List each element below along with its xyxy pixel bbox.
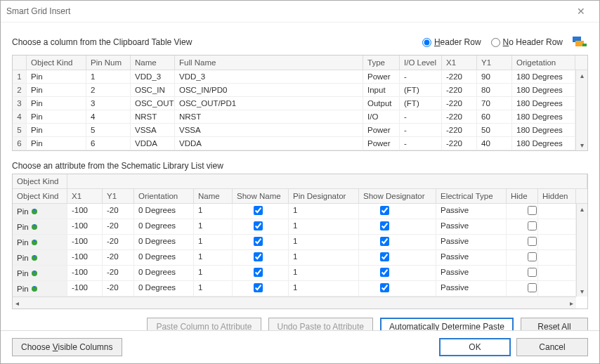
col2-y1[interactable]: Y1 [103,189,134,203]
cell-electrical-type: Passive [436,235,507,249]
scroll-up-icon[interactable]: ▴ [580,70,584,81]
col2-pin-designator[interactable]: Pin Designator [289,189,359,203]
col-rownum[interactable] [13,56,27,70]
cell-hide[interactable] [507,235,538,249]
no-header-row-radio-input[interactable] [491,38,500,47]
col-full-name[interactable]: Full Name [175,56,363,70]
cell-x1: -100 [67,219,103,234]
cell-show-designator[interactable] [359,204,436,219]
scroll-right-icon[interactable]: ▸ [570,299,573,307]
hide-checkbox[interactable] [528,237,537,246]
col-y1[interactable]: Y1 [477,56,512,70]
scroll-down-icon[interactable]: ▾ [580,140,584,150]
table-row[interactable]: Pin-100-200 Degrees11Passive [13,235,576,250]
no-header-row-radio[interactable]: No Header Row [491,37,563,47]
cell-show-name[interactable] [233,204,289,219]
cell-hide[interactable] [507,250,538,265]
ok-button[interactable]: OK [439,338,511,356]
reset-all-button[interactable]: Reset All [521,318,588,330]
show-designator-checkbox[interactable] [380,268,389,277]
col-orientation[interactable]: Origetation [512,56,575,70]
close-icon[interactable]: ✕ [568,6,594,17]
table-row[interactable]: Pin-100-200 Degrees11Passive [13,204,576,219]
show-designator-checkbox[interactable] [380,221,389,230]
component-icon[interactable] [571,34,588,51]
cell-hide[interactable] [507,204,538,219]
show-designator-checkbox[interactable] [380,206,389,215]
col2-orientation[interactable]: Orientation [134,189,194,203]
hide-checkbox[interactable] [528,268,537,277]
table-row[interactable]: 1Pin1VDD_3VDD_3Power--22090180 Degrees [13,70,575,84]
col2-name[interactable]: Name [194,189,233,203]
col-x1[interactable]: X1 [442,56,477,70]
cell-hidden [538,235,576,249]
cell-show-designator[interactable] [359,235,436,249]
show-name-checkbox[interactable] [254,206,263,215]
cell-show-name[interactable] [233,281,289,296]
col2-show-name[interactable]: Show Name [233,189,289,203]
col-io-level[interactable]: I/O Level [400,56,442,70]
table-row[interactable]: Pin-100-200 Degrees11Passive [13,219,576,235]
show-name-checkbox[interactable] [254,221,263,230]
col-type[interactable]: Type [363,56,400,70]
show-name-checkbox[interactable] [254,252,263,261]
col-object-kind[interactable]: Object Kind [27,56,86,70]
undo-paste-to-attribute-button[interactable]: Undo Paste to Attribute [268,318,373,330]
cell-hide[interactable] [507,266,538,280]
cell-hide[interactable] [507,219,538,234]
cancel-button[interactable]: Cancel [516,338,588,356]
show-designator-checkbox[interactable] [380,237,389,246]
col2-show-designator[interactable]: Show Designator [359,189,436,203]
cell-show-name[interactable] [233,250,289,265]
header-row-radio[interactable]: Header Row [422,37,481,47]
table-row[interactable]: 6Pin6VDDAVDDAPower--22040180 Degrees [13,137,575,150]
cell-show-name[interactable] [233,235,289,249]
show-name-checkbox[interactable] [254,283,263,292]
hide-checkbox[interactable] [528,206,537,215]
table-row[interactable]: Pin-100-200 Degrees11Passive [13,281,576,297]
table-row[interactable]: 5Pin5VSSAVSSAPower--22050180 Degrees [13,124,575,137]
col2-hide[interactable]: Hide [507,189,538,203]
attribute-table-vscroll[interactable]: ▴ ▾ [576,204,587,297]
col-name[interactable]: Name [131,56,175,70]
show-designator-checkbox[interactable] [380,252,389,261]
show-name-checkbox[interactable] [254,237,263,246]
cell-show-designator[interactable] [359,281,436,296]
scroll-up-icon[interactable]: ▴ [580,204,584,214]
hide-checkbox[interactable] [528,283,537,292]
cell-hide[interactable] [507,281,538,296]
paste-column-to-attribute-button[interactable]: Paste Column to Attribute [147,318,261,330]
choose-visible-columns-button[interactable]: Choose Visible Columns [12,338,122,356]
filter-object-kind[interactable]: Object Kind [13,174,67,188]
cell-show-designator[interactable] [359,266,436,280]
col2-hidden[interactable]: Hidden [538,189,576,203]
automatically-determine-paste-button[interactable]: Automatically Determine Paste [380,318,514,330]
clipboard-table[interactable]: Object Kind Pin Num Name Full Name Type … [12,55,588,151]
cell-show-name[interactable] [233,219,289,234]
col2-electrical-type[interactable]: Electrical Type [436,189,507,203]
scroll-left-icon[interactable]: ◂ [15,299,19,307]
show-designator-checkbox[interactable] [380,283,389,292]
cell-show-designator[interactable] [359,219,436,234]
svg-rect-12 [34,271,35,273]
table-row[interactable]: Pin-100-200 Degrees11Passive [13,266,576,281]
attribute-table-hscroll[interactable]: ◂ ▸ [13,297,576,308]
table-row[interactable]: 4Pin4NRSTNRSTI/O--22060180 Degrees [13,110,575,124]
header-row-radio-input[interactable] [422,38,431,47]
cell-type: I/O [363,110,400,123]
clipboard-table-vscroll[interactable]: ▴ ▾ [575,70,587,150]
table-row[interactable]: 2Pin2OSC_INOSC_IN/PD0Input(FT)-22080180 … [13,84,575,97]
hide-checkbox[interactable] [528,221,537,230]
table-row[interactable]: Pin-100-200 Degrees11Passive [13,250,576,266]
col-pin-num[interactable]: Pin Num [86,56,131,70]
attribute-table[interactable]: Object Kind Object Kind X1 Y1 Orientatio… [12,174,588,309]
cell-name: 1 [194,266,233,280]
col2-x1[interactable]: X1 [67,189,103,203]
show-name-checkbox[interactable] [254,268,263,277]
table-row[interactable]: 3Pin3OSC_OUTOSC_OUT/PD1Output(FT)-220701… [13,97,575,110]
col2-object-kind[interactable]: Object Kind [13,189,67,203]
hide-checkbox[interactable] [528,252,537,261]
cell-show-designator[interactable] [359,250,436,265]
cell-show-name[interactable] [233,266,289,280]
scroll-down-icon[interactable]: ▾ [580,286,584,297]
